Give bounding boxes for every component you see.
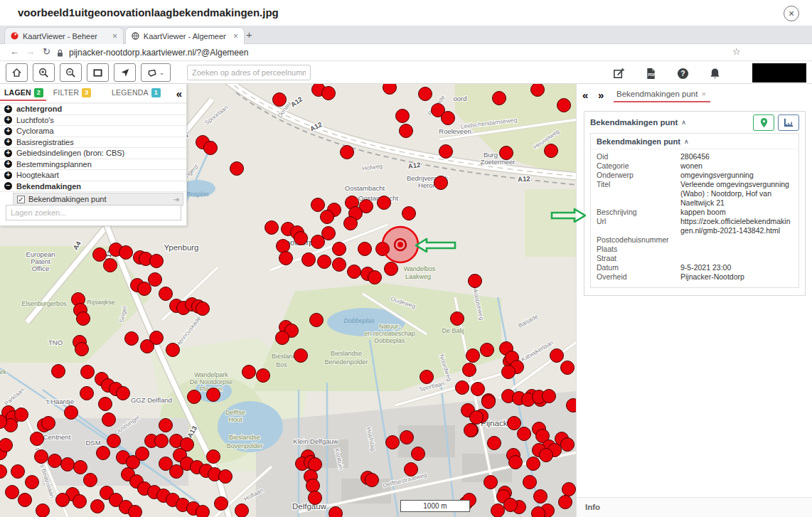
announcement-dot[interactable] <box>368 271 382 284</box>
announcement-dot[interactable] <box>344 217 358 230</box>
layer-group-row[interactable]: −Bekendmakingen <box>0 181 186 193</box>
announcement-dot[interactable] <box>518 427 531 441</box>
announcement-dot[interactable] <box>434 176 448 190</box>
announcement-dot[interactable] <box>383 84 397 95</box>
expand-icon[interactable]: + <box>4 105 12 113</box>
announcement-dot[interactable] <box>358 242 372 256</box>
announcement-dot[interactable] <box>543 390 556 403</box>
sidebar-collapse-icon[interactable]: « <box>176 87 182 100</box>
expand-icon[interactable]: + <box>4 149 12 157</box>
announcement-dot[interactable] <box>400 431 414 444</box>
layer-group-row[interactable]: +Luchtfoto's <box>0 115 186 127</box>
announcement-dot[interactable] <box>159 419 173 432</box>
layer-group-row[interactable]: +Basisregistraties <box>0 137 186 149</box>
panel-tab-close-icon[interactable]: × <box>701 90 706 98</box>
browser-tab-beheer[interactable]: KaartViewer - Beheer × <box>4 27 124 44</box>
announcement-dot[interactable] <box>419 87 432 101</box>
announcement-dot[interactable] <box>471 383 485 396</box>
announcement-dot[interactable] <box>6 486 19 499</box>
sidebar-tab-legenda[interactable]: LEGENDA1 <box>112 88 161 99</box>
announcement-dot[interactable] <box>159 287 173 301</box>
forward-icon[interactable]: → <box>26 46 35 57</box>
announcement-dot[interactable] <box>215 497 228 511</box>
announcement-dot[interactable] <box>31 432 44 446</box>
announcement-dot[interactable] <box>378 196 391 210</box>
announcement-dot[interactable] <box>463 363 476 377</box>
announcement-dot[interactable] <box>196 302 210 316</box>
announcement-dot[interactable] <box>491 504 505 517</box>
announcement-dot[interactable] <box>235 504 249 517</box>
browser-tab-algemeen[interactable]: KaartViewer - Algemeen × <box>125 27 245 44</box>
locate-button[interactable] <box>114 63 136 82</box>
announcement-dot[interactable] <box>279 252 293 265</box>
tab-close-icon[interactable]: × <box>226 31 238 41</box>
announcement-dot[interactable] <box>439 145 453 159</box>
announcement-dot[interactable] <box>482 395 496 409</box>
expand-icon[interactable]: + <box>4 127 12 135</box>
selected-announcement-dot[interactable] <box>383 227 418 262</box>
layer-search-input[interactable] <box>6 205 181 220</box>
measure-button[interactable] <box>778 114 799 131</box>
sublayer-bekendmakingen-punt[interactable]: ✓Bekendmakingen punt⇥ <box>13 193 183 206</box>
info-section[interactable]: Info <box>577 497 812 517</box>
announcement-dot[interactable] <box>451 312 464 326</box>
announcement-dot[interactable] <box>117 387 130 400</box>
announcement-dot[interactable] <box>80 387 94 400</box>
announcement-dot[interactable] <box>56 494 70 507</box>
back-icon[interactable]: ← <box>10 46 19 57</box>
announcement-dot[interactable] <box>136 447 149 461</box>
announcement-dot[interactable] <box>400 124 413 138</box>
announcement-dot[interactable] <box>277 240 290 253</box>
announcement-dot[interactable] <box>545 144 558 158</box>
announcement-dot[interactable] <box>26 476 39 489</box>
announcement-dot[interactable] <box>550 349 564 363</box>
zoom-to-location-button[interactable] <box>753 114 774 131</box>
panel-collapse-left-icon[interactable]: « <box>582 89 588 101</box>
announcement-dot[interactable] <box>504 499 518 512</box>
announcement-dot[interactable] <box>84 474 97 487</box>
announcement-dot[interactable] <box>11 465 25 479</box>
announcement-dot[interactable] <box>61 458 75 471</box>
announcement-dot[interactable] <box>322 227 336 240</box>
announcement-dot[interactable] <box>306 479 320 493</box>
layer-group-row[interactable]: +Cyclorama <box>0 126 186 137</box>
announcement-dot[interactable] <box>333 258 346 272</box>
announcement-dot[interactable] <box>456 381 469 395</box>
zoom-out-button[interactable] <box>60 63 82 82</box>
announcement-dot[interactable] <box>257 369 270 383</box>
announcement-dot[interactable] <box>405 463 418 476</box>
zoom-to-layer-icon[interactable]: ⇥ <box>173 196 179 203</box>
announcement-dot[interactable] <box>318 255 331 269</box>
announcement-dot[interactable] <box>196 506 210 517</box>
announcement-dot[interactable] <box>65 406 78 420</box>
announcement-dot[interactable] <box>333 242 346 256</box>
announcement-dot[interactable] <box>188 390 201 404</box>
announcement-dot[interactable] <box>341 146 354 159</box>
bookmark-star-icon[interactable]: ☆ <box>732 46 741 57</box>
announcement-dot[interactable] <box>0 439 13 452</box>
collapse-icon[interactable]: − <box>4 182 12 190</box>
announcement-dot[interactable] <box>412 447 425 461</box>
announcement-dot[interactable] <box>99 398 112 411</box>
announcement-dot[interactable] <box>73 495 87 508</box>
announcement-dot[interactable] <box>534 490 547 503</box>
layer-group-row[interactable]: +Hoogtekaart <box>0 170 186 181</box>
announcement-dot[interactable] <box>138 282 151 296</box>
announcement-dot[interactable] <box>104 259 117 272</box>
tab-close-icon[interactable]: × <box>105 31 117 41</box>
announcement-dot[interactable] <box>265 221 279 235</box>
announcement-dot[interactable] <box>18 494 32 507</box>
redline-button[interactable] <box>610 65 627 82</box>
announcement-dot[interactable] <box>502 366 515 379</box>
announcement-dot[interactable] <box>273 93 287 107</box>
layer-group-row[interactable]: +Bestemmingsplannen <box>0 159 186 171</box>
announcement-dot[interactable] <box>42 417 55 430</box>
detail-card-header[interactable]: Bekendmakingen punt ∧ <box>584 112 805 133</box>
announcement-dot[interactable] <box>36 504 50 517</box>
announcement-dot[interactable] <box>230 162 244 176</box>
panel-tab-bekendmakingen[interactable]: Bekendmakingen punt× <box>614 90 710 102</box>
announcement-dot[interactable] <box>420 371 434 384</box>
announcement-dot[interactable] <box>149 273 162 287</box>
announcement-dot[interactable] <box>540 449 553 462</box>
announcement-dot[interactable] <box>207 388 220 402</box>
